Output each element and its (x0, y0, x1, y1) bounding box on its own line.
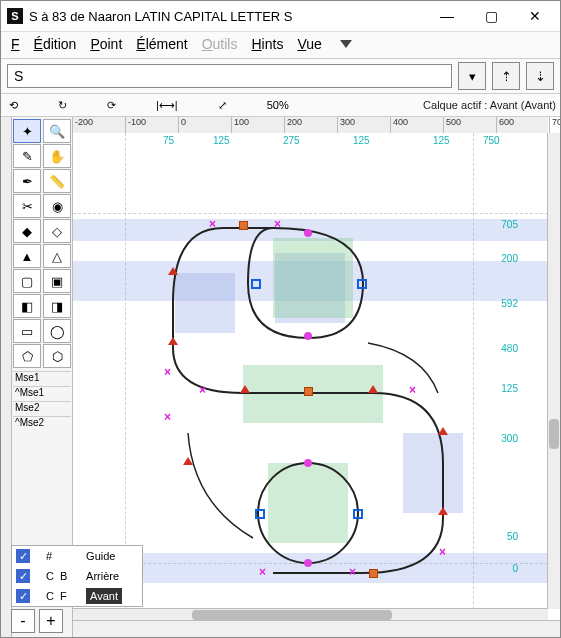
titlebar: S S à 83 de Naaron LATIN CAPITAL LETTER … (1, 1, 560, 32)
rect-tool[interactable]: ▭ (13, 319, 41, 343)
freehand-tool[interactable]: ✎ (13, 144, 41, 168)
scrollbar-vertical[interactable] (547, 133, 560, 609)
star-tool[interactable]: ⬡ (43, 344, 71, 368)
app-window: S S à 83 de Naaron LATIN CAPITAL LETTER … (0, 0, 561, 638)
layer-front-name[interactable]: Avant (86, 588, 122, 604)
hvcurve-tool[interactable]: △ (43, 244, 71, 268)
menu-hints[interactable]: Hints (251, 36, 283, 52)
menu-edit[interactable]: Édition (34, 36, 77, 52)
ruler-horizontal: -200-1000100200300400500600700800 (73, 117, 548, 134)
canvas-statusbar (73, 620, 560, 637)
rotate-icon[interactable]: ⟳ (107, 99, 116, 112)
ellipse-tool[interactable]: ◯ (43, 319, 71, 343)
layer-back-check-icon[interactable]: ✓ (16, 569, 30, 583)
tangent-tool[interactable]: ▲ (13, 244, 41, 268)
layers-back-row[interactable]: ✓ C B Arrière (12, 566, 142, 586)
corner-tool[interactable]: ◆ (13, 219, 41, 243)
mse2c-label: ^Mse2 (13, 416, 71, 428)
glyph-canvas[interactable]: 75 125 275 125 125 750 705 200 592 480 1… (73, 133, 548, 609)
width-icon[interactable]: |⟷| (156, 99, 178, 112)
scrollbar-h-thumb[interactable] (192, 610, 392, 620)
menu-tools: Outils (202, 36, 238, 52)
layer-guide-name[interactable]: Guide (82, 546, 142, 566)
zoom-out-button[interactable]: - (11, 609, 35, 633)
menu-file[interactable]: F (11, 36, 20, 52)
active-layer-label: Calque actif : Avant (Avant) (423, 99, 556, 111)
flip-tool[interactable]: ▣ (43, 269, 71, 293)
zoom-controls: - + (11, 609, 63, 633)
zoom-tool[interactable]: 🔍 (43, 119, 71, 143)
glyph-outline (73, 133, 543, 603)
workarea: ✦🔍 ✎✋ ✒📏 ✂◉ ◆◇ ▲△ ▢▣ ◧◨ ▭◯ ⬠⬡ Mse1 ^Mse1… (1, 117, 560, 637)
perspective-tool[interactable]: ◨ (43, 294, 71, 318)
glyph-toolbar: ▾ ⇡ ⇣ (1, 58, 560, 94)
glyph-dropdown-button[interactable]: ▾ (458, 62, 486, 90)
pointer-tool[interactable]: ✦ (13, 119, 41, 143)
mark-d: 125 (353, 135, 370, 146)
layers-front-row[interactable]: ✓ C F Avant (12, 586, 142, 606)
minimize-button[interactable]: — (428, 2, 466, 30)
mse1-label: Mse1 (13, 371, 71, 383)
prev-glyph-button[interactable]: ⇡ (492, 62, 520, 90)
transform-toolbar: ⟲ ↻ ⟳ |⟷| ⤢ 50% Calque actif : Avant (Av… (1, 94, 560, 117)
polygon-tool[interactable]: ⬠ (13, 344, 41, 368)
mse1c-label: ^Mse1 (13, 386, 71, 398)
curve-tool[interactable]: ◇ (43, 219, 71, 243)
layer-front-check-icon[interactable]: ✓ (16, 589, 30, 603)
rotate-cw-icon[interactable]: ↻ (58, 99, 67, 112)
app-icon: S (7, 8, 23, 24)
layers-header-row: ✓ # Guide (12, 546, 142, 566)
layers-panel[interactable]: ✓ # Guide ✓ C B Arrière ✓ C F Avant (11, 545, 143, 607)
zoom-percent: 50% (267, 99, 289, 111)
next-glyph-button[interactable]: ⇣ (526, 62, 554, 90)
skew-tool[interactable]: ◧ (13, 294, 41, 318)
ruler-tool[interactable]: 📏 (43, 169, 71, 193)
scrollbar-v-thumb[interactable] (549, 419, 559, 449)
rotate-tool[interactable]: ▢ (13, 269, 41, 293)
svg-point-0 (258, 463, 358, 563)
canvas-area[interactable]: -200-1000100200300400500600700800 (73, 117, 560, 637)
glyph-input[interactable] (7, 64, 452, 88)
mark-b: 125 (213, 135, 230, 146)
zoom-in-button[interactable]: + (39, 609, 63, 633)
hand-tool[interactable]: ✋ (43, 144, 71, 168)
layer-back-name[interactable]: Arrière (82, 566, 142, 586)
rotate-ccw-icon[interactable]: ⟲ (9, 99, 18, 112)
maximize-button[interactable]: ▢ (472, 2, 510, 30)
menu-view[interactable]: Vue (297, 36, 321, 52)
window-title: S à 83 de Naaron LATIN CAPITAL LETTER S (29, 9, 422, 24)
menu-point[interactable]: Point (90, 36, 122, 52)
mse2-label: Mse2 (13, 401, 71, 413)
spiro-tool[interactable]: ◉ (43, 194, 71, 218)
close-button[interactable]: ✕ (516, 2, 554, 30)
mark-a: 75 (163, 135, 174, 146)
pen-tool[interactable]: ✒ (13, 169, 41, 193)
scale-icon[interactable]: ⤢ (218, 99, 227, 112)
layer-vis-check-icon[interactable]: ✓ (16, 549, 30, 563)
mark-c: 275 (283, 135, 300, 146)
menubar: F Édition Point Élément Outils Hints Vue (1, 32, 560, 58)
knife-tool[interactable]: ✂ (13, 194, 41, 218)
menu-element[interactable]: Élément (136, 36, 187, 52)
menu-overflow-icon[interactable] (340, 40, 352, 48)
mark-e: 125 (433, 135, 450, 146)
mark-f: 750 (483, 135, 500, 146)
